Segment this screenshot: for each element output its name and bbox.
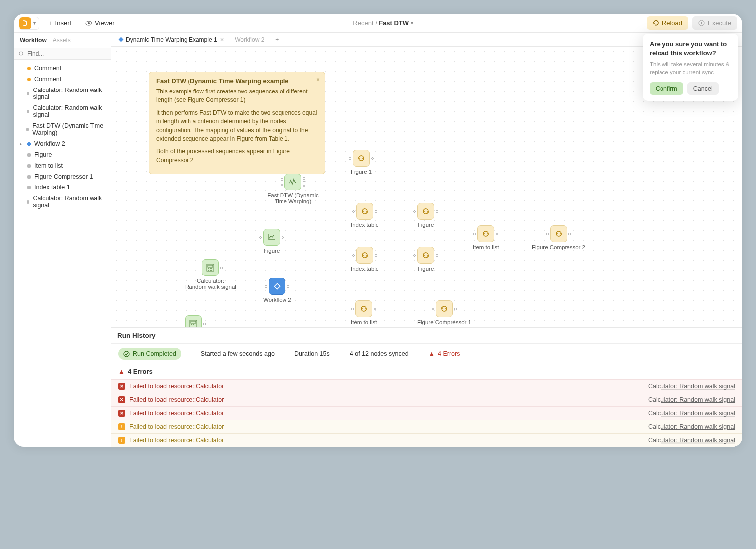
sidebar-item[interactable]: Fast DTW (Dynamic Time Warping) bbox=[14, 120, 111, 138]
chevron-down-icon: ▾ bbox=[33, 20, 36, 26]
node-workflow2[interactable]: Workflow 2 bbox=[263, 278, 291, 303]
error-icon: ✕ bbox=[118, 410, 125, 417]
status-dot-icon bbox=[27, 92, 30, 95]
error-source-link[interactable]: Calculator: Random walk signal bbox=[648, 437, 735, 444]
node-figure-b[interactable]: Figure bbox=[417, 247, 434, 272]
sidebar-item-label: Index table 1 bbox=[34, 184, 70, 191]
warning-icon: ! bbox=[118, 423, 125, 430]
tab-label: Dynamic Time Warping Example 1 bbox=[126, 36, 217, 43]
breadcrumb-sep: / bbox=[376, 19, 378, 27]
error-row[interactable]: !Failed to load resource::CalculatorCalc… bbox=[111, 433, 742, 447]
sidebar-item[interactable]: Figure bbox=[14, 149, 111, 160]
sidebar-item-label: Fast DTW (Dynamic Time Warping) bbox=[32, 122, 105, 136]
execute-button[interactable]: Execute bbox=[692, 16, 737, 30]
node-figure-a[interactable]: Figure bbox=[417, 203, 434, 228]
viewer-button[interactable]: Viewer bbox=[80, 17, 120, 29]
sidebar-item-label: Comment bbox=[34, 65, 61, 72]
dialog-body: This will take several minutes & replace… bbox=[650, 60, 731, 76]
tree: CommentCommentCalculator: Random walk si… bbox=[14, 60, 111, 214]
plus-icon: + bbox=[48, 19, 52, 27]
node-itemlist-a[interactable]: Item to list bbox=[351, 300, 377, 325]
breadcrumb[interactable]: Recent / Fast DTW ▾ bbox=[353, 19, 413, 27]
run-errors-label: 4 Errors bbox=[438, 350, 460, 357]
sidebar-item-label: Calculator: Random walk signal bbox=[33, 104, 105, 118]
node-label: Fast DTW (Dynamic Time Warping) bbox=[263, 192, 323, 204]
sidebar-item[interactable]: Figure Compressor 1 bbox=[14, 171, 111, 182]
reload-button[interactable]: Reload bbox=[647, 16, 688, 30]
run-duration: Duration 15s bbox=[294, 350, 330, 357]
error-row[interactable]: ✕Failed to load resource::CalculatorCalc… bbox=[111, 393, 742, 406]
sidebar-item[interactable]: Comment bbox=[14, 74, 111, 85]
close-icon[interactable]: × bbox=[316, 76, 320, 83]
node-label: Figure 1 bbox=[351, 169, 372, 175]
reload-confirm-dialog: Are you sure you want to reload this wor… bbox=[643, 34, 738, 101]
sidebar-item[interactable]: ▸Workflow 2 bbox=[14, 138, 111, 149]
node-itemlist-b[interactable]: Item to list bbox=[473, 225, 499, 250]
node-label: Workflow 2 bbox=[263, 297, 291, 303]
error-source-link[interactable]: Calculator: Random walk signal bbox=[648, 410, 735, 417]
status-dot-icon bbox=[27, 175, 31, 179]
node-figcomp1[interactable]: Figure Compressor 1 bbox=[417, 300, 471, 325]
app-logo-icon bbox=[19, 17, 31, 29]
sidebar-item[interactable]: Index table 1 bbox=[14, 182, 111, 193]
node-label: Figure Compressor 1 bbox=[417, 319, 471, 325]
node-label: Calculator: Random walk signal bbox=[185, 278, 236, 290]
sidebar-item[interactable]: Calculator: Random walk signal bbox=[14, 193, 111, 211]
breadcrumb-title: Fast DTW bbox=[379, 19, 409, 27]
error-message: Failed to load resource::Calculator bbox=[129, 383, 644, 390]
run-synced: 4 of 12 nodes synced bbox=[350, 350, 409, 357]
sidebar-item[interactable]: Comment bbox=[14, 63, 111, 74]
refresh-icon bbox=[550, 225, 567, 242]
sidebar-item-label: Comment bbox=[34, 76, 61, 83]
calculator-icon bbox=[185, 315, 202, 327]
sidebar-item[interactable]: Item to list bbox=[14, 160, 111, 171]
reload-label: Reload bbox=[662, 19, 682, 27]
node-calculator-2[interactable] bbox=[185, 315, 202, 327]
calculator-icon bbox=[202, 259, 219, 276]
svg-rect-17 bbox=[275, 283, 280, 289]
sidebar-tab-assets[interactable]: Assets bbox=[53, 37, 71, 44]
sidebar-item-label: Workflow 2 bbox=[34, 140, 65, 147]
svg-rect-6 bbox=[208, 265, 213, 267]
error-message: Failed to load resource::Calculator bbox=[129, 396, 644, 403]
node-label: Figure bbox=[418, 222, 434, 228]
sidebar-item[interactable]: Calculator: Random walk signal bbox=[14, 102, 111, 120]
node-indextable-b[interactable]: Index table bbox=[351, 247, 378, 272]
status-dot-icon bbox=[27, 200, 30, 204]
add-tab-button[interactable]: + bbox=[272, 36, 282, 43]
comment-note[interactable]: × Fast DTW (Dynamic Time Warping example… bbox=[149, 72, 325, 174]
error-source-link[interactable]: Calculator: Random walk signal bbox=[648, 396, 735, 403]
warning-icon: ▲ bbox=[429, 350, 435, 357]
node-figure[interactable]: Figure bbox=[263, 229, 280, 254]
run-errors-summary[interactable]: ▲ 4 Errors bbox=[429, 350, 460, 357]
search-input[interactable] bbox=[27, 50, 106, 57]
status-dot-icon bbox=[26, 128, 29, 131]
node-fastdtw[interactable]: Fast DTW (Dynamic Time Warping) bbox=[263, 174, 323, 204]
sidebar-item[interactable]: Calculator: Random walk signal bbox=[14, 85, 111, 102]
tab-workflow2[interactable]: Workflow 2 bbox=[232, 36, 267, 43]
svg-point-12 bbox=[211, 270, 212, 271]
svg-point-18 bbox=[124, 351, 129, 357]
search-box[interactable] bbox=[14, 48, 111, 60]
confirm-button[interactable]: Confirm bbox=[650, 82, 683, 95]
node-label: Item to list bbox=[351, 319, 377, 325]
insert-button[interactable]: + Insert bbox=[43, 17, 76, 29]
cancel-button[interactable]: Cancel bbox=[687, 82, 719, 95]
error-source-link[interactable]: Calculator: Random walk signal bbox=[648, 423, 735, 430]
error-row[interactable]: ✕Failed to load resource::CalculatorCalc… bbox=[111, 379, 742, 393]
node-figure1[interactable]: Figure 1 bbox=[351, 150, 372, 175]
svg-rect-14 bbox=[191, 321, 196, 323]
tab-label: Workflow 2 bbox=[235, 36, 264, 43]
error-source-link[interactable]: Calculator: Random walk signal bbox=[648, 383, 735, 390]
tab-dtw-example[interactable]: Dynamic Time Warping Example 1 × bbox=[116, 36, 227, 43]
sidebar-item-label: Calculator: Random walk signal bbox=[33, 195, 105, 209]
app-menu[interactable]: ▾ bbox=[19, 17, 39, 30]
error-row[interactable]: ✕Failed to load resource::CalculatorCalc… bbox=[111, 406, 742, 420]
node-calculator[interactable]: Calculator: Random walk signal bbox=[185, 259, 236, 290]
node-figcomp2[interactable]: Figure Compressor 2 bbox=[532, 225, 585, 250]
close-icon[interactable]: × bbox=[220, 36, 224, 43]
error-row[interactable]: !Failed to load resource::CalculatorCalc… bbox=[111, 420, 742, 433]
sidebar-tab-workflow[interactable]: Workflow bbox=[20, 37, 47, 44]
svg-line-4 bbox=[22, 55, 24, 56]
node-indextable-a[interactable]: Index table bbox=[351, 203, 378, 228]
